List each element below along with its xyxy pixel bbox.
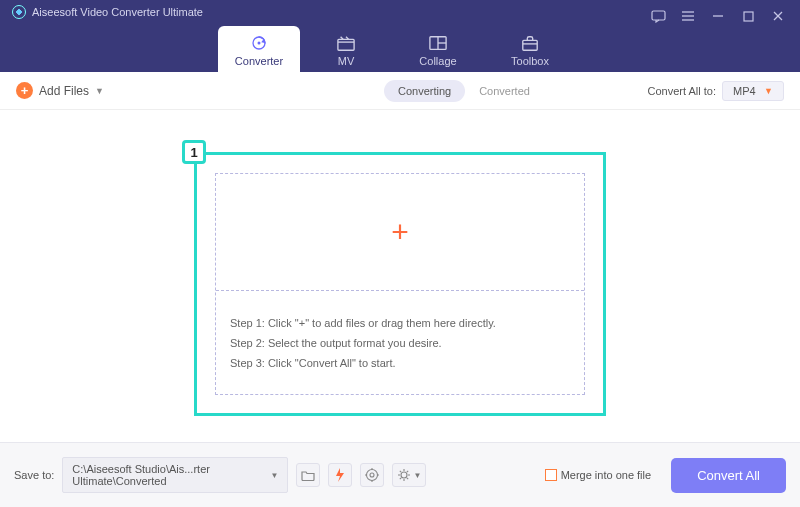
tab-mv[interactable]: MV [300, 26, 392, 74]
dashed-box: + Step 1: Click "+" to add files or drag… [215, 173, 585, 395]
converted-tab[interactable]: Converted [465, 80, 544, 102]
open-folder-button[interactable] [296, 463, 320, 487]
convert-all-button[interactable]: Convert All [671, 458, 786, 493]
save-path-dropdown[interactable]: C:\Aiseesoft Studio\Ais...rter Ultimate\… [62, 457, 288, 493]
save-path-value: C:\Aiseesoft Studio\Ais...rter Ultimate\… [72, 463, 270, 487]
chevron-down-icon: ▼ [764, 86, 773, 96]
feedback-icon[interactable] [650, 8, 666, 24]
tab-toolbox[interactable]: Toolbox [484, 26, 576, 74]
checkbox-icon [545, 469, 557, 481]
convert-all-to: Convert All to: MP4 ▼ [648, 81, 784, 101]
gpu-off-button[interactable] [360, 463, 384, 487]
converting-tab[interactable]: Converting [384, 80, 465, 102]
svg-point-18 [370, 473, 374, 477]
tab-label: MV [338, 55, 355, 67]
step-3: Step 3: Click "Convert All" to start. [230, 357, 570, 369]
window-controls [636, 0, 800, 32]
tab-label: Toolbox [511, 55, 549, 67]
app-logo-icon [12, 5, 26, 19]
chevron-down-icon: ▼ [270, 471, 278, 480]
add-files-label: Add Files [39, 84, 89, 98]
convert-all-to-label: Convert All to: [648, 85, 716, 97]
chevron-down-icon: ▼ [95, 86, 104, 96]
close-icon[interactable] [770, 8, 786, 24]
plus-circle-icon: + [16, 82, 33, 99]
svg-rect-10 [338, 39, 354, 50]
merge-label: Merge into one file [561, 469, 652, 481]
main-tabs: Converter MV Collage Toolbox [218, 26, 576, 74]
svg-rect-15 [523, 40, 537, 50]
settings-button[interactable]: ▼ [392, 463, 426, 487]
toolbar: + Add Files ▼ Converting Converted Conve… [0, 72, 800, 110]
svg-point-17 [367, 470, 378, 481]
footer-bar: Save to: C:\Aiseesoft Studio\Ais...rter … [0, 442, 800, 507]
app-title: Aiseesoft Video Converter Ultimate [32, 6, 203, 18]
tab-label: Collage [419, 55, 456, 67]
tab-label: Converter [235, 55, 283, 67]
svg-point-9 [258, 41, 261, 44]
svg-point-23 [401, 472, 407, 478]
plus-icon: + [391, 215, 409, 249]
tab-converter[interactable]: Converter [218, 26, 300, 74]
drop-zone[interactable]: + [216, 174, 584, 291]
format-dropdown[interactable]: MP4 ▼ [722, 81, 784, 101]
drop-area[interactable]: 1 + Step 1: Click "+" to add files or dr… [194, 152, 606, 416]
minimize-icon[interactable] [710, 8, 726, 24]
format-value: MP4 [733, 85, 756, 97]
main-area: + Add Files ▼ Converting Converted Conve… [0, 72, 800, 442]
merge-checkbox[interactable]: Merge into one file [545, 469, 652, 481]
callout-badge: 1 [182, 140, 206, 164]
svg-rect-5 [744, 12, 753, 21]
maximize-icon[interactable] [740, 8, 756, 24]
tab-collage[interactable]: Collage [392, 26, 484, 74]
status-segment: Converting Converted [384, 80, 544, 102]
steps-list: Step 1: Click "+" to add files or drag t… [216, 291, 584, 394]
chevron-down-icon: ▼ [413, 471, 421, 480]
step-2: Step 2: Select the output format you des… [230, 337, 570, 349]
gpu-on-button[interactable] [328, 463, 352, 487]
add-files-button[interactable]: + Add Files ▼ [16, 82, 104, 99]
menu-icon[interactable] [680, 8, 696, 24]
svg-rect-0 [652, 11, 665, 20]
title-left: Aiseesoft Video Converter Ultimate [0, 0, 215, 24]
step-1: Step 1: Click "+" to add files or drag t… [230, 317, 570, 329]
save-to-label: Save to: [14, 469, 54, 481]
